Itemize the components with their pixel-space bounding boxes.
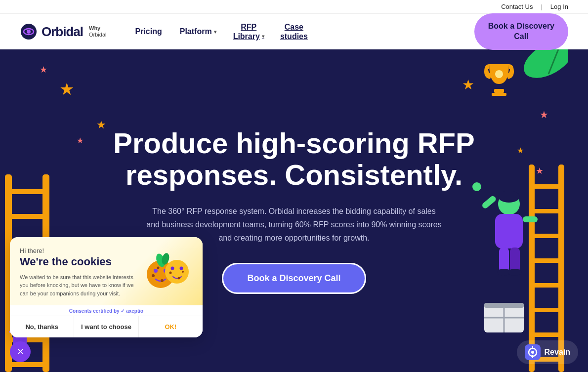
svg-point-52 bbox=[152, 274, 155, 277]
cookie-no-thanks-button[interactable]: No, thanks bbox=[10, 316, 74, 337]
svg-rect-5 bbox=[5, 189, 49, 194]
svg-rect-6 bbox=[5, 214, 49, 219]
cookie-top-section: Hi there! We're the cookies We waited to… bbox=[10, 237, 203, 306]
cookie-choose-button[interactable]: I want to choose bbox=[74, 316, 138, 337]
svg-point-66 bbox=[531, 351, 534, 354]
svg-rect-12 bbox=[5, 362, 49, 367]
hero-cta-button[interactable]: Book a Discovery Call bbox=[222, 263, 366, 294]
svg-point-60 bbox=[178, 277, 180, 279]
hero-title: Produce high-scoring RFP responses. Cons… bbox=[72, 127, 516, 191]
svg-point-2 bbox=[27, 30, 31, 34]
cookie-actions: No, thanks I want to choose OK! bbox=[10, 316, 203, 337]
svg-rect-40 bbox=[499, 248, 509, 272]
nav-platform[interactable]: Platform ▾ bbox=[171, 14, 225, 49]
log-in-link[interactable]: Log In bbox=[550, 3, 568, 10]
svg-point-58 bbox=[180, 266, 183, 270]
cookie-certified-text: Consents certified by ✓ axeptio bbox=[10, 305, 203, 316]
cookie-greeting: Hi there! bbox=[20, 247, 137, 254]
certified-checkmark-icon: ✓ bbox=[121, 308, 125, 314]
logo-wordmark: Orbidal bbox=[42, 24, 83, 40]
svg-rect-11 bbox=[5, 337, 49, 342]
svg-rect-21 bbox=[494, 89, 504, 93]
svg-rect-27 bbox=[529, 209, 564, 213]
navbar: Orbidal Why Orbidal Pricing Platform ▾ R… bbox=[0, 14, 588, 49]
close-button[interactable]: ✕ bbox=[10, 341, 31, 362]
nav-pricing[interactable]: Pricing bbox=[126, 14, 170, 49]
star-decoration-4: ★ bbox=[462, 77, 474, 93]
svg-rect-29 bbox=[529, 258, 564, 263]
cookie-text-content: Hi there! We're the cookies We waited to… bbox=[20, 247, 137, 298]
contact-us-link[interactable]: Contact Us bbox=[501, 3, 533, 10]
svg-rect-41 bbox=[510, 248, 520, 272]
revain-widget[interactable]: Revain bbox=[517, 340, 578, 364]
svg-point-57 bbox=[171, 266, 174, 270]
svg-rect-16 bbox=[6, 332, 11, 335]
nav-case-studies[interactable]: Case studies bbox=[272, 14, 316, 49]
svg-rect-37 bbox=[481, 195, 497, 209]
cookie-banner: Hi there! We're the cookies We waited to… bbox=[10, 237, 203, 338]
trophy-decoration bbox=[484, 59, 514, 99]
leaf-decoration bbox=[509, 49, 568, 94]
star-decoration-6: ★ bbox=[517, 146, 524, 155]
logo-tagline: Why Orbidal bbox=[89, 25, 106, 38]
svg-rect-36 bbox=[495, 214, 523, 248]
nav-links: Pricing Platform ▾ RFP Library ▾ Case st… bbox=[126, 14, 474, 49]
star-decoration-2: ★ bbox=[96, 119, 106, 131]
star-decoration-3: ★ bbox=[77, 136, 84, 145]
svg-point-59 bbox=[169, 271, 172, 274]
svg-rect-26 bbox=[529, 184, 564, 189]
svg-point-43 bbox=[508, 269, 522, 276]
nav-cta-button[interactable]: Book a DiscoveryCall bbox=[474, 13, 568, 50]
svg-rect-28 bbox=[529, 234, 564, 238]
star-decoration-1: ★ bbox=[59, 79, 74, 99]
svg-point-61 bbox=[182, 271, 184, 273]
svg-point-53 bbox=[161, 279, 164, 282]
svg-rect-31 bbox=[529, 308, 564, 312]
logo-icon bbox=[20, 23, 38, 41]
star-decoration-8: ★ bbox=[40, 64, 47, 75]
svg-rect-32 bbox=[529, 332, 564, 337]
cookie-title: We're the cookies bbox=[20, 255, 137, 268]
revain-label: Revain bbox=[545, 348, 570, 357]
svg-point-23 bbox=[495, 70, 503, 78]
star-decoration-5: ★ bbox=[540, 109, 548, 121]
nav-rfp-library[interactable]: RFP Library ▾ bbox=[225, 14, 272, 49]
logo[interactable]: Orbidal Why Orbidal bbox=[20, 23, 106, 41]
svg-point-55 bbox=[157, 266, 160, 269]
svg-point-56 bbox=[165, 260, 189, 284]
svg-rect-39 bbox=[523, 216, 538, 222]
cookie-illustration bbox=[143, 247, 193, 293]
svg-point-50 bbox=[154, 269, 158, 273]
platform-chevron-icon: ▾ bbox=[214, 29, 216, 35]
svg-point-38 bbox=[472, 182, 481, 191]
top-bar: Contact Us | Log In bbox=[0, 0, 588, 14]
svg-rect-30 bbox=[529, 283, 564, 288]
svg-point-35 bbox=[498, 191, 520, 203]
cookie-ok-button[interactable]: OK! bbox=[139, 316, 203, 337]
cookie-description: We waited to be sure that this website i… bbox=[20, 273, 137, 298]
rfp-chevron-icon: ▾ bbox=[262, 34, 264, 40]
revain-icon bbox=[525, 344, 541, 360]
svg-point-19 bbox=[517, 49, 568, 85]
svg-rect-22 bbox=[492, 93, 506, 96]
nav-divider: | bbox=[541, 3, 542, 10]
